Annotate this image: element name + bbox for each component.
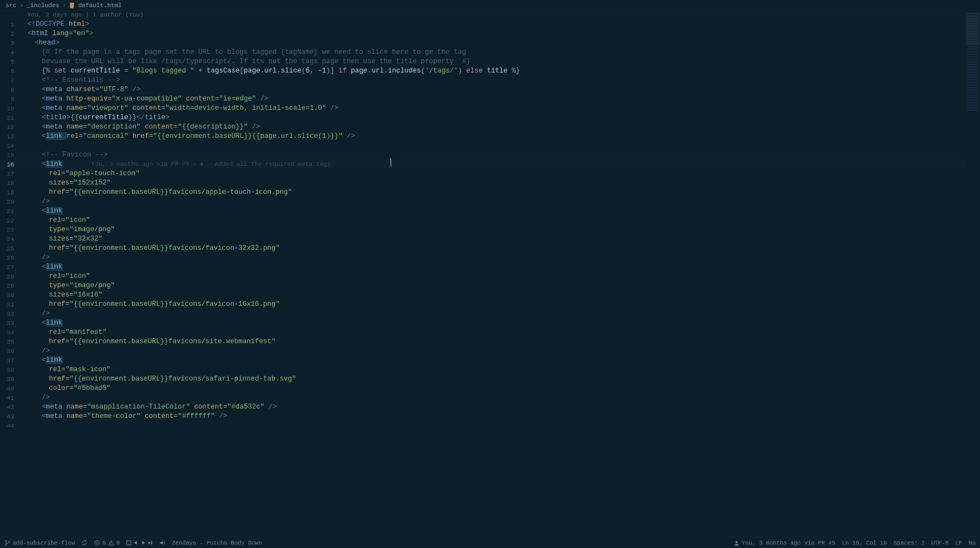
code-line[interactable]: 12<meta name="description" content="{{de… xyxy=(0,122,965,132)
line-number[interactable]: 13 xyxy=(0,132,21,141)
code-line[interactable]: 18sizes="152x152" xyxy=(0,178,965,188)
code-content[interactable]: <meta name="theme-color" content="#fffff… xyxy=(21,412,965,421)
line-number[interactable]: 22 xyxy=(0,216,21,225)
code-content[interactable]: /> xyxy=(21,253,965,262)
code-content[interactable]: <link xyxy=(21,356,965,365)
code-line[interactable]: 44 xyxy=(0,421,965,430)
code-content[interactable]: type="image/png" xyxy=(21,281,965,290)
line-number[interactable]: 38 xyxy=(0,365,21,374)
code-line[interactable]: 33<link xyxy=(0,318,965,328)
code-content[interactable]: <link xyxy=(21,318,965,328)
code-line[interactable]: 11<title>{{currentTitle}}</title> xyxy=(0,113,965,122)
breadcrumb[interactable]: src › _includes › default.html xyxy=(0,0,980,11)
code-content[interactable]: <!-- Favicon --> xyxy=(21,150,965,160)
code-line[interactable]: 5bevuase the URL will be like /tags/type… xyxy=(0,57,965,66)
status-eol[interactable]: LF xyxy=(955,540,962,546)
code-content[interactable]: sizes="32x32" xyxy=(21,234,965,244)
code-content[interactable]: {# If the page is a tags page set the UR… xyxy=(21,48,965,57)
code-line[interactable]: 38rel="mask-icon" xyxy=(0,365,965,374)
line-number[interactable]: 2 xyxy=(0,29,21,38)
code-content[interactable]: /> xyxy=(21,393,965,402)
line-number[interactable]: 23 xyxy=(0,225,21,234)
code-line[interactable]: 19href="{{environment.baseURL}}favicons/… xyxy=(0,188,965,197)
line-number[interactable]: 42 xyxy=(0,402,21,412)
code-content[interactable]: <head> xyxy=(21,38,965,48)
code-line[interactable]: 34rel="manifest" xyxy=(0,328,965,337)
code-line[interactable]: 3<head> xyxy=(0,38,965,48)
line-number[interactable]: 5 xyxy=(0,57,21,66)
line-number[interactable]: 34 xyxy=(0,328,21,337)
code-line[interactable]: 15<!-- Favicon --> xyxy=(0,150,965,160)
code-content[interactable]: rel="mask-icon" xyxy=(21,365,965,374)
code-content[interactable]: bevuase the URL will be like /tags/types… xyxy=(21,57,965,66)
code-content[interactable]: <!DOCTYPE html> xyxy=(21,20,965,29)
code-content[interactable]: href="{{environment.baseURL}}favicons/ap… xyxy=(21,188,965,197)
code-editor[interactable]: You, 2 days ago | 1 author (You) 1<!DOCT… xyxy=(0,11,965,537)
code-content[interactable]: <meta name="viewport" content="width=dev… xyxy=(21,104,965,113)
code-line[interactable]: 41/> xyxy=(0,393,965,402)
code-line[interactable]: 8<meta charset="UTF-8" /> xyxy=(0,85,965,94)
code-line[interactable]: 16<link You, 3 months ago via PR #5 - ● … xyxy=(0,160,965,169)
line-number[interactable]: 32 xyxy=(0,309,21,318)
status-blame[interactable]: You, 3 months ago via PR #5 xyxy=(734,540,835,546)
line-number[interactable]: 27 xyxy=(0,262,21,272)
code-line[interactable]: 23type="image/png" xyxy=(0,225,965,234)
line-number[interactable]: 28 xyxy=(0,272,21,281)
line-number[interactable]: 30 xyxy=(0,290,21,300)
code-line[interactable]: 25href="{{environment.baseURL}}favicons/… xyxy=(0,244,965,253)
code-content[interactable]: sizes="152x152" xyxy=(21,178,965,188)
status-audio-icon[interactable] xyxy=(159,540,165,546)
line-number[interactable]: 36 xyxy=(0,346,21,356)
status-branch[interactable]: add-subscribe-flow xyxy=(4,540,75,546)
code-content[interactable]: href="{{environment.baseURL}}favicons/si… xyxy=(21,337,965,346)
code-content[interactable]: type="image/png" xyxy=(21,225,965,234)
line-number[interactable]: 39 xyxy=(0,374,21,384)
code-line[interactable]: 24sizes="32x32" xyxy=(0,234,965,244)
code-content[interactable]: <html lang="en"> xyxy=(21,29,965,38)
line-number[interactable]: 29 xyxy=(0,281,21,290)
code-content[interactable]: href="{{environment.baseURL}}favicons/fa… xyxy=(21,300,965,309)
code-line[interactable]: 17rel="apple-touch-icon" xyxy=(0,169,965,178)
line-number[interactable]: 21 xyxy=(0,206,21,216)
code-line[interactable]: 6{% set currentTitle = "Blogs tagged " +… xyxy=(0,66,965,76)
status-debug-controls[interactable] xyxy=(126,540,153,545)
line-number[interactable]: 44 xyxy=(0,421,21,430)
code-line[interactable]: 22rel="icon" xyxy=(0,216,965,225)
code-content[interactable]: <link xyxy=(21,206,965,216)
line-number[interactable]: 40 xyxy=(0,384,21,393)
line-number[interactable]: 7 xyxy=(0,76,21,85)
code-line[interactable]: 29type="image/png" xyxy=(0,281,965,290)
code-line[interactable]: 14 xyxy=(0,141,965,150)
code-line[interactable]: 42<meta name="msapplication-TileColor" c… xyxy=(0,402,965,412)
line-number[interactable]: 35 xyxy=(0,337,21,346)
code-content[interactable]: rel="icon" xyxy=(21,272,965,281)
line-number[interactable]: 11 xyxy=(0,113,21,122)
line-number[interactable]: 12 xyxy=(0,122,21,132)
code-content[interactable]: rel="manifest" xyxy=(21,328,965,337)
code-line[interactable]: 40color="#5bbad5" xyxy=(0,384,965,393)
code-line[interactable]: 39href="{{environment.baseURL}}favicons/… xyxy=(0,374,965,384)
line-number[interactable]: 41 xyxy=(0,393,21,402)
code-content[interactable]: sizes="16x16" xyxy=(21,290,965,300)
line-number[interactable]: 6 xyxy=(0,66,21,76)
code-line[interactable]: 30sizes="16x16" xyxy=(0,290,965,300)
code-line[interactable]: 2<html lang="en"> xyxy=(0,29,965,38)
breadcrumb-file[interactable]: default.html xyxy=(78,2,121,9)
code-content[interactable]: href="{{environment.baseURL}}favicons/sa… xyxy=(21,374,965,384)
status-nowplaying[interactable]: Zendaya - Putcha Body Down xyxy=(172,540,262,546)
code-line[interactable]: 43<meta name="theme-color" content="#fff… xyxy=(0,412,965,421)
code-content[interactable]: <link rel="canonical" href="{{environmen… xyxy=(21,132,965,141)
line-number[interactable]: 16 xyxy=(0,160,21,169)
line-number[interactable]: 1 xyxy=(0,20,21,29)
code-content[interactable]: color="#5bbad5" xyxy=(21,384,965,393)
code-content[interactable]: rel="apple-touch-icon" xyxy=(21,169,965,178)
status-problems[interactable]: 0 0 xyxy=(94,540,120,546)
status-position[interactable]: Ln 16, Col 10 xyxy=(842,540,887,546)
code-content[interactable]: href="{{environment.baseURL}}favicons/fa… xyxy=(21,244,965,253)
code-content[interactable]: <meta http-equiv="x-ua-compatible" conte… xyxy=(21,94,965,104)
line-number[interactable]: 10 xyxy=(0,104,21,113)
breadcrumb-part[interactable]: _includes xyxy=(26,2,59,9)
status-language[interactable]: Nu xyxy=(968,540,976,546)
code-content[interactable]: <meta name="description" content="{{desc… xyxy=(21,122,965,132)
breadcrumb-part[interactable]: src xyxy=(5,2,16,9)
